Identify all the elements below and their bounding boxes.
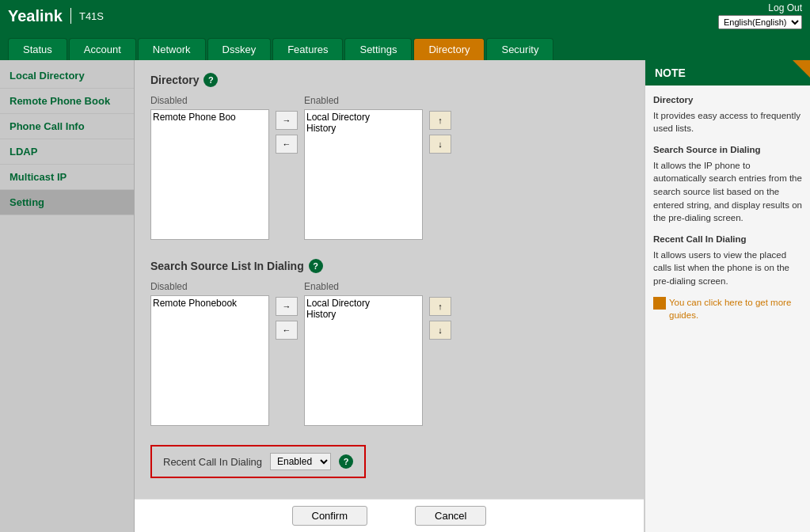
directory-move-up-btn[interactable]: ↑ <box>429 111 451 130</box>
search-source-arrows: → ← <box>276 281 298 340</box>
search-source-enabled-label: Enabled <box>304 281 423 292</box>
note-corner-decoration <box>793 60 810 78</box>
search-source-move-down-btn[interactable]: ↓ <box>429 321 451 340</box>
directory-move-left-btn[interactable]: ← <box>276 135 298 154</box>
search-source-disabled-col: Disabled Remote Phonebook <box>150 281 269 426</box>
note-recent-text: It allows users to view the placed calls… <box>653 249 802 288</box>
search-source-disabled-label: Disabled <box>150 281 269 292</box>
logout-link[interactable]: Log Out <box>768 2 802 13</box>
sidebar-item-remote-phone-book[interactable]: Remote Phone Book <box>0 89 134 114</box>
logo: Yealink T41S <box>8 7 104 25</box>
note-body: Directory It provides easy access to fre… <box>645 86 810 330</box>
recent-call-label: Recent Call In Dialing <box>163 456 262 468</box>
sidebar-item-ldap[interactable]: LDAP <box>0 139 134 165</box>
sidebar-item-setting[interactable]: Setting <box>0 190 134 215</box>
note-title: NOTE <box>655 66 686 79</box>
nav-bar: Status Account Network Dsskey Features S… <box>0 32 810 60</box>
directory-updown: ↑ ↓ <box>429 95 451 154</box>
search-source-disabled-list[interactable]: Remote Phonebook <box>150 295 269 426</box>
directory-disabled-col: Disabled Remote Phone Boo <box>150 95 269 240</box>
search-source-enabled-col: Enabled Local Directory History <box>304 281 423 426</box>
search-source-move-right-btn[interactable]: → <box>276 297 298 316</box>
search-source-section: Search Source List In Dialing ? Disabled… <box>150 259 628 426</box>
note-recent-title: Recent Call In Dialing <box>653 233 802 246</box>
search-source-updown: ↑ ↓ <box>429 281 451 340</box>
recent-call-help-icon[interactable]: ? <box>339 454 353 469</box>
header: Yealink T41S Log Out English(English) <box>0 0 810 32</box>
sidebar-item-phone-call-info[interactable]: Phone Call Info <box>0 114 134 139</box>
tab-settings[interactable]: Settings <box>344 38 412 60</box>
tab-directory[interactable]: Directory <box>413 38 485 60</box>
directory-move-right-btn[interactable]: → <box>276 111 298 130</box>
logo-model: T41S <box>79 10 104 22</box>
content-inner: Directory ? Disabled Remote Phone Boo → <box>135 60 644 532</box>
note-search-text: It allows the IP phone to automatically … <box>653 159 802 225</box>
note-guide-text[interactable]: You can click here to get more guides. <box>669 296 802 322</box>
directory-help-icon[interactable]: ? <box>203 73 218 87</box>
cancel-button[interactable]: Cancel <box>415 506 486 526</box>
search-source-enabled-list[interactable]: Local Directory History <box>304 295 423 426</box>
directory-section: Directory ? Disabled Remote Phone Boo → <box>150 73 628 240</box>
directory-enabled-col: Enabled Local Directory History <box>304 95 423 240</box>
logo-text: Yealink <box>8 7 63 25</box>
logo-separator <box>70 8 71 24</box>
sidebar-item-multicast-ip[interactable]: Multicast IP <box>0 165 134 190</box>
directory-section-title: Directory ? <box>150 73 628 87</box>
confirm-button[interactable]: Confirm <box>292 506 368 526</box>
directory-disabled-list[interactable]: Remote Phone Boo <box>150 109 269 240</box>
directory-disabled-label: Disabled <box>150 95 269 106</box>
note-directory-title: Directory <box>653 93 802 107</box>
recent-call-row: Recent Call In Dialing Enabled Disabled … <box>150 445 366 478</box>
search-source-move-left-btn[interactable]: ← <box>276 321 298 340</box>
note-directory-text: It provides easy access to frequently us… <box>653 109 802 135</box>
directory-disabled-select[interactable]: Remote Phone Boo <box>151 110 268 239</box>
recent-call-select[interactable]: Enabled Disabled <box>270 453 331 470</box>
tab-status[interactable]: Status <box>8 38 67 60</box>
search-source-disabled-select[interactable]: Remote Phonebook <box>151 296 268 425</box>
search-source-section-title: Search Source List In Dialing ? <box>150 259 628 273</box>
note-guide: You can click here to get more guides. <box>653 296 802 322</box>
directory-enabled-label: Enabled <box>304 95 423 106</box>
language-select[interactable]: English(English) <box>718 15 802 29</box>
tab-dsskey[interactable]: Dsskey <box>207 38 272 60</box>
directory-lists-area: Disabled Remote Phone Boo → ← Enabled <box>150 95 628 240</box>
search-source-move-up-btn[interactable]: ↑ <box>429 297 451 316</box>
tab-account[interactable]: Account <box>69 38 136 60</box>
content-scroll: Directory ? Disabled Remote Phone Boo → <box>135 60 644 499</box>
directory-enabled-select[interactable]: Local Directory History <box>305 110 422 239</box>
note-search-title: Search Source in Dialing <box>653 143 802 157</box>
search-source-enabled-select[interactable]: Local Directory History <box>305 296 422 425</box>
note-panel: NOTE Directory It provides easy access t… <box>644 60 810 532</box>
sidebar: Local Directory Remote Phone Book Phone … <box>0 60 135 532</box>
recent-call-row-wrapper: Recent Call In Dialing Enabled Disabled … <box>150 445 628 478</box>
directory-enabled-list[interactable]: Local Directory History <box>304 109 423 240</box>
search-source-help-icon[interactable]: ? <box>309 259 323 273</box>
tab-network[interactable]: Network <box>138 38 206 60</box>
top-right: Log Out English(English) <box>718 2 802 29</box>
tab-security[interactable]: Security <box>486 38 553 60</box>
directory-arrows: → ← <box>276 95 298 154</box>
search-source-lists-area: Disabled Remote Phonebook → ← Enabled <box>150 281 628 426</box>
main-layout: Local Directory Remote Phone Book Phone … <box>0 60 810 532</box>
directory-move-down-btn[interactable]: ↓ <box>429 135 451 154</box>
tab-features[interactable]: Features <box>272 38 343 60</box>
sidebar-item-local-directory[interactable]: Local Directory <box>0 63 134 89</box>
note-header: NOTE <box>645 60 810 86</box>
note-guide-icon <box>653 297 666 310</box>
bottom-bar: Confirm Cancel <box>135 499 644 532</box>
